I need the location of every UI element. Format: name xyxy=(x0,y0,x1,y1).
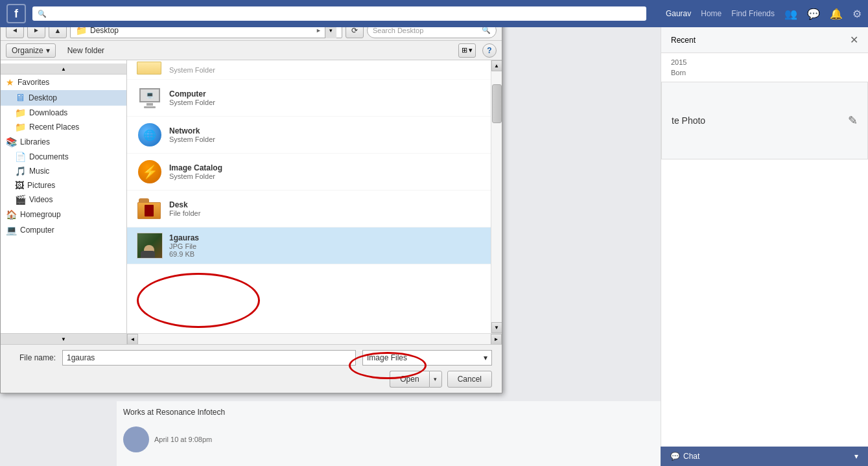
fb-chat-label: Chat xyxy=(683,452,699,461)
facebook-topbar: f 🔍 Gaurav Home Find Friends 👥 💬 🔔 ⚙ xyxy=(0,0,868,27)
open-button[interactable]: Open xyxy=(390,371,428,388)
fb-avatar xyxy=(123,426,149,452)
h-scroll-track xyxy=(138,334,491,345)
horizontal-scrollbar: ◄ ► xyxy=(127,333,502,344)
file-item-desk-name: Desk xyxy=(169,200,481,209)
videos-icon: 🎬 xyxy=(15,194,26,205)
cancel-button[interactable]: Cancel xyxy=(447,371,492,388)
fb-recent-label: Recent xyxy=(671,36,696,45)
videos-label: Videos xyxy=(29,195,53,204)
fb-post-time: April 10 at 9:08pm xyxy=(154,436,212,443)
sidebar-scroll-up[interactable]: ▲ xyxy=(1,64,126,75)
fb-bottom-content: Works at Resonance Infotech April 10 at … xyxy=(117,401,661,466)
fb-nav-find-friends[interactable]: Find Friends xyxy=(731,9,775,18)
fb-chat-bar[interactable]: 💬 Chat ▾ xyxy=(661,447,868,466)
file-item-imagecatalog[interactable]: ⚡ Image Catalog System Folder xyxy=(127,154,491,191)
recent-places-icon: 📁 xyxy=(15,122,26,132)
file-item-1gauras[interactable]: 1gauras JPG File 69.9 KB xyxy=(127,227,491,264)
file-item-network[interactable]: 🌐 Network System Folder xyxy=(127,117,491,154)
fb-works-at: Works at Resonance Infotech xyxy=(123,408,654,417)
fb-chat-arrow: ▾ xyxy=(854,452,858,461)
fb-recent-items: 2015 Born xyxy=(661,53,868,82)
libraries-icon: 📚 xyxy=(6,137,17,147)
fb-nav-gaurav[interactable]: Gaurav xyxy=(666,9,691,18)
view-button[interactable]: ⊞ ▾ xyxy=(458,43,476,58)
sidebar-item-recent-places[interactable]: 📁 Recent Places xyxy=(1,120,126,134)
documents-label: Documents xyxy=(29,152,69,161)
pictures-icon: 🖼 xyxy=(15,180,24,191)
new-folder-button[interactable]: New folder xyxy=(62,43,110,58)
sidebar-scroll-down[interactable]: ▼ xyxy=(1,333,126,344)
fb-nav-icon3[interactable]: 🔔 xyxy=(830,8,843,20)
scrollbar-up-arrow[interactable]: ▲ xyxy=(491,60,502,71)
fb-recent-item-2: Born xyxy=(671,69,858,76)
organize-label: Organize xyxy=(12,46,43,55)
file-name-row: File name: Image Files ▾ xyxy=(10,350,492,366)
file-item-1gauras-details: 1gauras JPG File 69.9 KB xyxy=(169,233,481,258)
scrollbar-thumb[interactable] xyxy=(492,84,502,123)
fb-nav-icon2[interactable]: 💬 xyxy=(807,8,820,20)
new-folder-label: New folder xyxy=(67,46,104,55)
computer-label: Computer xyxy=(20,226,54,235)
h-scroll-left[interactable]: ◄ xyxy=(127,334,138,345)
pictures-label: Pictures xyxy=(27,181,55,190)
organize-arrow: ▾ xyxy=(46,46,50,55)
desktop-icon: 🖥 xyxy=(15,92,25,104)
file-open-dialog: 📂 Open − □ ✕ ◄ ► ▲ 📁 Desktop ► ▾ ⟳ Searc… xyxy=(0,0,502,393)
fb-nav-icon4[interactable]: ⚙ xyxy=(852,8,862,20)
file-item-computer-name: Computer xyxy=(169,89,481,99)
homegroup-label: Homegroup xyxy=(20,210,61,219)
sidebar-item-downloads[interactable]: 📁 Downloads xyxy=(1,106,126,120)
file-item-imagecatalog-details: Image Catalog System Folder xyxy=(169,163,481,180)
file-item-imagecatalog-name: Image Catalog xyxy=(169,163,481,172)
file-item-1gauras-type: JPG File xyxy=(169,242,481,250)
file-item-system-top-details: System Folder xyxy=(169,66,481,74)
star-icon: ★ xyxy=(6,77,14,87)
sidebar-item-music[interactable]: 🎵 Music xyxy=(1,164,126,178)
sidebar-item-desktop[interactable]: 🖥 Desktop xyxy=(1,90,126,106)
help-button[interactable]: ? xyxy=(482,43,497,58)
file-item-system-top-type: System Folder xyxy=(169,66,481,74)
sidebar-item-documents[interactable]: 📄 Documents xyxy=(1,150,126,164)
file-item-system-top[interactable]: System Folder xyxy=(127,60,491,80)
fb-panel-close[interactable]: ✕ xyxy=(850,34,858,46)
dialog-body: ▲ ★ Favorites 🖥 Desktop 📁 Downloads 📁 Re… xyxy=(1,60,502,344)
facebook-search[interactable]: 🔍 xyxy=(32,6,646,21)
fb-nav-icon1[interactable]: 👥 xyxy=(784,8,797,20)
open-dropdown-button[interactable]: ▾ xyxy=(429,371,442,388)
scrollbar-down-arrow[interactable]: ▼ xyxy=(491,322,502,333)
file-name-label: File name: xyxy=(10,353,56,362)
sidebar-computer-header[interactable]: 💻 Computer xyxy=(1,222,126,238)
file-item-desk-type: File folder xyxy=(169,209,481,217)
dialog-sidebar: ▲ ★ Favorites 🖥 Desktop 📁 Downloads 📁 Re… xyxy=(1,60,127,344)
system-top-icon xyxy=(137,62,163,78)
fb-chat-icon: 💬 xyxy=(670,452,680,461)
libraries-label: Libraries xyxy=(20,137,50,146)
fb-post-row: April 10 at 9:08pm xyxy=(123,426,654,452)
file-item-network-details: Network System Folder xyxy=(169,126,481,143)
photo-thumbnail xyxy=(137,233,163,259)
file-item-computer-details: Computer System Folder xyxy=(169,89,481,106)
organize-button[interactable]: Organize ▾ xyxy=(6,43,56,58)
file-item-desk[interactable]: Desk File folder xyxy=(127,191,491,227)
file-type-dropdown[interactable]: Image Files ▾ xyxy=(362,350,492,366)
fb-profile-photo: te Photo ✎ xyxy=(661,82,868,159)
network-file-icon: 🌐 xyxy=(137,122,163,148)
computer-icon: 💻 xyxy=(6,225,17,235)
file-name-input[interactable] xyxy=(62,350,356,366)
sidebar-favorites-header[interactable]: ★ Favorites xyxy=(1,75,126,90)
content-scrollbar: ▲ ▼ xyxy=(491,60,502,333)
sidebar-libraries-header[interactable]: 📚 Libraries xyxy=(1,134,126,150)
facebook-nav: Gaurav Home Find Friends 👥 💬 🔔 ⚙ xyxy=(666,8,862,20)
desktop-label: Desktop xyxy=(29,93,57,102)
sidebar-item-pictures[interactable]: 🖼 Pictures xyxy=(1,178,126,192)
content-area: System Folder 💻 Com xyxy=(127,60,502,344)
fb-recent-item-1: 2015 xyxy=(671,58,858,66)
sidebar-homegroup-header[interactable]: 🏠 Homegroup xyxy=(1,207,126,222)
fb-edit-icon[interactable]: ✎ xyxy=(848,113,858,128)
file-item-computer[interactable]: 💻 Computer System Folder xyxy=(127,80,491,117)
view-icon: ⊞ xyxy=(462,46,467,54)
sidebar-item-videos[interactable]: 🎬 Videos xyxy=(1,192,126,207)
h-scroll-right[interactable]: ► xyxy=(491,334,502,345)
fb-nav-home[interactable]: Home xyxy=(701,9,721,18)
